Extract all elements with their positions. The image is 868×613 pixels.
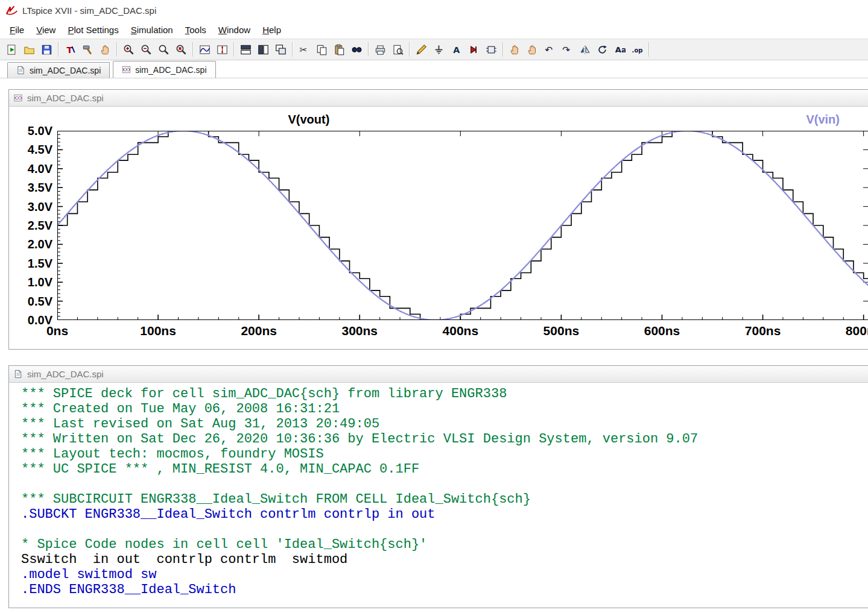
netlist-line: .model switmod sw: [21, 567, 868, 582]
trace-vin: [57, 131, 868, 320]
zoom-in-button[interactable]: [120, 41, 138, 58]
find-button[interactable]: [348, 41, 366, 58]
draw-wire-icon: [416, 44, 427, 55]
waveform-tab-icon: [122, 65, 131, 74]
tab-netlist[interactable]: sim_ADC_DAC.spi: [7, 62, 110, 78]
open-button[interactable]: [21, 41, 38, 58]
control-panel-icon: [82, 44, 93, 55]
toolbar-separator: [292, 42, 293, 57]
trace-vout: [57, 131, 868, 320]
add-text-button[interactable]: [611, 41, 629, 58]
zoom-out-button[interactable]: [138, 41, 155, 58]
toolbar-separator: [502, 42, 504, 57]
undo-button[interactable]: [541, 41, 559, 58]
drag-button[interactable]: [524, 41, 541, 58]
cascade-windows-button[interactable]: [272, 41, 290, 58]
tab-waveform[interactable]: sim_ADC_DAC.spi: [113, 61, 215, 78]
window-title: LTspice XVII - sim_ADC_DAC.spi: [22, 5, 156, 16]
x-axis-labels[interactable]: 0ns100ns200ns300ns400ns500ns600ns700ns80…: [57, 320, 868, 348]
menu-tools[interactable]: Tools: [179, 22, 212, 37]
print-icon: [375, 44, 386, 55]
mirror-button[interactable]: [576, 41, 594, 58]
toolbar: [0, 39, 868, 60]
place-ground-button[interactable]: [430, 41, 448, 58]
menu-window[interactable]: Window: [212, 22, 256, 37]
run-button[interactable]: [3, 41, 21, 58]
menu-view[interactable]: View: [30, 22, 62, 37]
waveform-window-titlebar[interactable]: sim_ADC_DAC.spi: [9, 90, 868, 107]
document-icon: [13, 369, 23, 379]
draw-wire-button[interactable]: [413, 41, 430, 58]
autorange-y-axis-button[interactable]: [214, 41, 231, 58]
edit-simulation-command-button[interactable]: [62, 41, 79, 58]
y-tick-label: 4.0V: [28, 162, 52, 175]
print-button[interactable]: [372, 41, 389, 58]
grid-button[interactable]: [196, 41, 214, 58]
netlist-line: *** Created on Tue May 06, 2008 16:31:21: [21, 401, 868, 417]
trace-label-vvout[interactable]: V(vout): [288, 113, 329, 127]
x-tick-label: 200ns: [241, 324, 277, 338]
y-tick-label: 2.0V: [28, 237, 52, 251]
rotate-button[interactable]: [594, 41, 611, 58]
control-panel-button[interactable]: [79, 41, 97, 58]
spice-directive-icon: [632, 44, 643, 55]
move-button[interactable]: [506, 41, 524, 58]
x-tick-label: 700ns: [745, 324, 781, 338]
toolbar-separator: [409, 42, 410, 57]
y-tick-label: 5.0V: [28, 124, 52, 138]
print-preview-button[interactable]: [389, 41, 407, 58]
tile-horizontal-icon: [240, 44, 252, 55]
cascade-windows-icon: [275, 44, 287, 55]
zoom-out-icon: [141, 44, 152, 55]
y-tick-label: 1.5V: [28, 256, 52, 270]
place-component-button[interactable]: [483, 41, 500, 58]
y-axis-labels[interactable]: 5.0V4.5V4.0V3.5V3.0V2.5V2.0V1.5V1.0V0.5V…: [9, 131, 57, 320]
waveform-plot[interactable]: [57, 131, 868, 320]
netlist-line: *** UC SPICE *** , MIN_RESIST 4.0, MIN_C…: [21, 462, 868, 477]
menu-simulation[interactable]: Simulation: [125, 22, 179, 37]
netlist-body[interactable]: *** SPICE deck for cell sim_ADC_DAC{sch}…: [9, 383, 868, 597]
window-titlebar[interactable]: LTspice XVII - sim_ADC_DAC.spi: [0, 0, 868, 20]
menu-plot-settings[interactable]: Plot Settings: [62, 22, 124, 37]
zoom-back-button[interactable]: [155, 41, 173, 58]
netlist-line: .ENDS ENGR338__Ideal_Switch: [21, 582, 868, 597]
redo-button[interactable]: [559, 41, 576, 58]
trace-label-vvin[interactable]: V(vin): [806, 113, 840, 127]
y-tick-label: 1.0V: [28, 275, 52, 289]
tile-horizontal-button[interactable]: [237, 41, 255, 58]
spice-directive-button[interactable]: [629, 41, 646, 58]
ltspice-logo-icon: [5, 5, 18, 16]
waveform-icon: [13, 93, 23, 102]
copy-button[interactable]: [313, 41, 331, 58]
halt-button[interactable]: [97, 41, 114, 58]
netlist-tab-icon: [16, 66, 25, 75]
toolbar-separator: [233, 42, 235, 57]
plot-legend: V(vout)V(vin): [57, 107, 868, 131]
autorange-y-axis-icon: [217, 44, 228, 55]
x-tick-label: 0ns: [46, 324, 68, 338]
y-tick-label: 2.5V: [28, 219, 52, 233]
x-tick-label: 800ns: [846, 324, 868, 338]
copy-icon: [316, 44, 328, 55]
y-tick-label: 3.0V: [28, 200, 52, 213]
menu-file[interactable]: File: [4, 22, 30, 37]
x-tick-label: 600ns: [644, 324, 680, 338]
zoom-full-extents-button[interactable]: [173, 41, 190, 58]
toolbar-separator: [58, 42, 59, 57]
run-icon: [6, 44, 17, 55]
netlist-window-titlebar[interactable]: sim_ADC_DAC.spi: [9, 366, 868, 383]
netlist-line: [21, 477, 868, 492]
open-icon: [24, 44, 35, 55]
menu-help[interactable]: Help: [256, 22, 287, 37]
netlist-line: *** Written on Sat Dec 26, 2020 10:36:36…: [21, 432, 868, 447]
place-label-button[interactable]: [448, 41, 465, 58]
cut-button[interactable]: [296, 41, 313, 58]
redo-icon: [562, 44, 573, 55]
save-button[interactable]: [38, 41, 55, 58]
tile-vertical-button[interactable]: [255, 41, 272, 58]
paste-button[interactable]: [331, 41, 348, 58]
zoom-full-extents-icon: [176, 44, 187, 55]
find-icon: [351, 44, 363, 55]
toolbar-separator: [648, 42, 650, 57]
place-diode-button[interactable]: [465, 41, 483, 58]
